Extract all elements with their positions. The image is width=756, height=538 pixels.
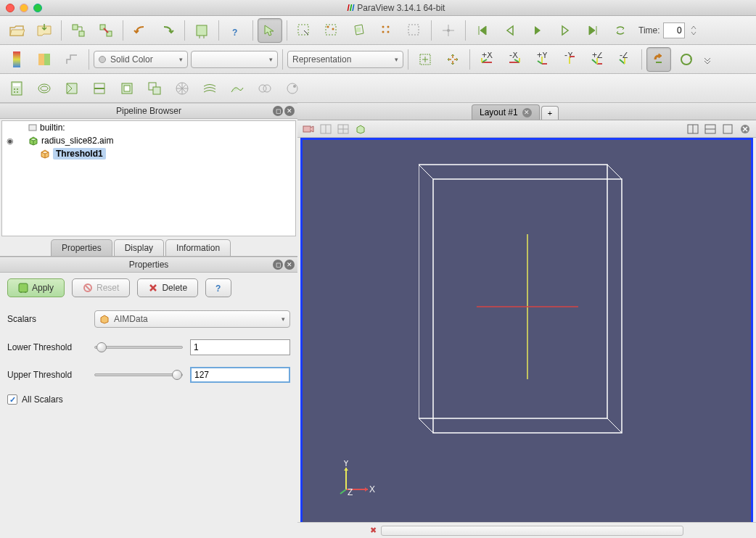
clip-filter-button[interactable]	[59, 76, 84, 101]
pipeline-node-builtin[interactable]: builtin:	[2, 121, 295, 134]
color-by-dropdown[interactable]: Solid Color	[94, 51, 188, 68]
svg-point-43	[263, 85, 271, 92]
glyph-filter-button[interactable]	[170, 76, 194, 101]
select-blocks-button[interactable]	[402, 18, 427, 43]
open-file-button[interactable]	[4, 18, 29, 43]
lower-threshold-slider[interactable]	[94, 346, 183, 349]
minus-z-button[interactable]: -Z	[612, 47, 637, 72]
reset-button[interactable]: Reset	[72, 278, 130, 297]
upper-threshold-slider[interactable]	[94, 373, 183, 376]
view-camera-button[interactable]	[300, 122, 316, 136]
view-grid-button[interactable]	[335, 122, 351, 136]
close-window-button[interactable]	[6, 4, 15, 12]
svg-rect-40	[153, 87, 160, 94]
pipeline-detach-button[interactable]: ◻	[273, 106, 283, 116]
warp-filter-button[interactable]	[225, 76, 250, 101]
rescale-range-button[interactable]	[59, 47, 84, 72]
properties-detach-button[interactable]: ◻	[273, 260, 283, 270]
select-cells-frustum-button[interactable]	[347, 18, 371, 43]
zoom-to-data-button[interactable]	[440, 47, 465, 72]
vcr-first-button[interactable]	[470, 18, 495, 43]
undo-button[interactable]	[128, 18, 152, 43]
minus-x-button[interactable]: -X	[502, 47, 527, 72]
pick-center-button[interactable]	[436, 18, 461, 43]
threshold-filter-button[interactable]	[115, 76, 139, 101]
select-points-on-button[interactable]	[319, 18, 344, 43]
connect-server-button[interactable]	[66, 18, 91, 43]
time-stepper[interactable]	[688, 18, 699, 43]
view-3d-button[interactable]	[353, 122, 369, 136]
svg-point-44	[287, 83, 297, 94]
disconnect-server-button[interactable]	[94, 18, 118, 43]
stream-tracer-button[interactable]	[197, 76, 222, 101]
apply-button[interactable]: Apply	[7, 278, 65, 297]
split-vertical-button[interactable]	[702, 122, 718, 136]
select-cells-on-button[interactable]	[292, 18, 316, 43]
toolbar-overflow-button[interactable]	[702, 47, 713, 72]
svg-point-12	[387, 25, 390, 28]
save-data-button[interactable]	[32, 18, 57, 43]
help-properties-button[interactable]: ?	[205, 278, 231, 297]
pipeline-tree[interactable]: builtin: ◉ radius_slice82.aim Threshold1	[1, 120, 296, 236]
properties-close-button[interactable]: ✕	[284, 260, 295, 270]
tab-properties[interactable]: Properties	[51, 239, 112, 256]
svg-text:Y: Y	[343, 460, 349, 468]
representation-dropdown[interactable]: Representation	[287, 51, 403, 68]
edit-color-map-button[interactable]	[32, 47, 57, 72]
pipeline-node-source[interactable]: ◉ radius_slice82.aim	[2, 134, 295, 147]
upper-threshold-input[interactable]	[190, 367, 290, 383]
contour-filter-button[interactable]	[32, 76, 57, 101]
component-dropdown[interactable]	[191, 51, 278, 68]
extract-level-button[interactable]	[280, 76, 305, 101]
help-button[interactable]: ?	[223, 18, 248, 43]
minimize-window-button[interactable]	[20, 4, 28, 12]
plus-x-button[interactable]: +X	[474, 47, 499, 72]
slice-filter-button[interactable]	[87, 76, 112, 101]
svg-rect-19	[44, 54, 50, 65]
vcr-loop-button[interactable]	[608, 18, 633, 43]
lower-threshold-input[interactable]	[190, 339, 290, 355]
redo-button[interactable]	[155, 18, 180, 43]
all-scalars-checkbox[interactable]: ✓	[7, 394, 17, 405]
cancel-progress-button[interactable]: ✖	[370, 526, 377, 535]
orientation-axes-icon: X Y Z	[339, 460, 375, 497]
vcr-back-button[interactable]	[498, 18, 522, 43]
view-split-h-button[interactable]	[318, 122, 334, 136]
calculator-filter-button[interactable]	[4, 76, 29, 101]
visibility-icon[interactable]: ◉	[5, 136, 15, 146]
minus-y-button[interactable]: -Y	[557, 47, 582, 72]
close-view-button[interactable]	[737, 122, 753, 136]
extract-subset-button[interactable]	[142, 76, 167, 101]
color-scale-button[interactable]	[4, 47, 29, 72]
properties-panel-header: Properties ◻ ✕	[0, 257, 297, 273]
maximize-view-button[interactable]	[720, 122, 736, 136]
pipeline-node-threshold[interactable]: Threshold1	[2, 147, 295, 160]
group-datasets-button[interactable]	[252, 76, 277, 101]
tab-display[interactable]: Display	[114, 239, 164, 256]
zoom-window-button[interactable]	[33, 4, 42, 12]
rotate-90-button[interactable]	[646, 47, 671, 72]
pipeline-close-button[interactable]: ✕	[284, 106, 295, 116]
scalars-dropdown[interactable]: AIMData	[94, 310, 290, 328]
vcr-play-button[interactable]	[525, 18, 550, 43]
layout-tab-1[interactable]: Layout #1 ✕	[472, 104, 540, 120]
auto-apply-button[interactable]	[189, 18, 214, 43]
time-input[interactable]	[663, 22, 685, 38]
delete-button[interactable]: Delete	[137, 278, 198, 297]
rotate-neg90-button[interactable]	[674, 47, 699, 72]
vcr-forward-button[interactable]	[553, 18, 578, 43]
tab-information[interactable]: Information	[165, 239, 231, 256]
interact-mode-button[interactable]	[258, 18, 282, 43]
vcr-last-button[interactable]	[580, 18, 605, 43]
svg-point-11	[382, 25, 385, 28]
add-layout-button[interactable]: +	[541, 106, 559, 120]
svg-rect-10	[356, 28, 361, 32]
select-points-frustum-button[interactable]	[374, 18, 399, 43]
reset-camera-button[interactable]	[413, 47, 437, 72]
render-view[interactable]: X Y Z	[300, 138, 753, 535]
close-layout-button[interactable]: ✕	[522, 108, 532, 117]
plus-y-button[interactable]: +Y	[530, 47, 554, 72]
plus-z-button[interactable]: +Z	[585, 47, 609, 72]
svg-point-16	[447, 29, 450, 32]
split-horizontal-button[interactable]	[685, 122, 701, 136]
